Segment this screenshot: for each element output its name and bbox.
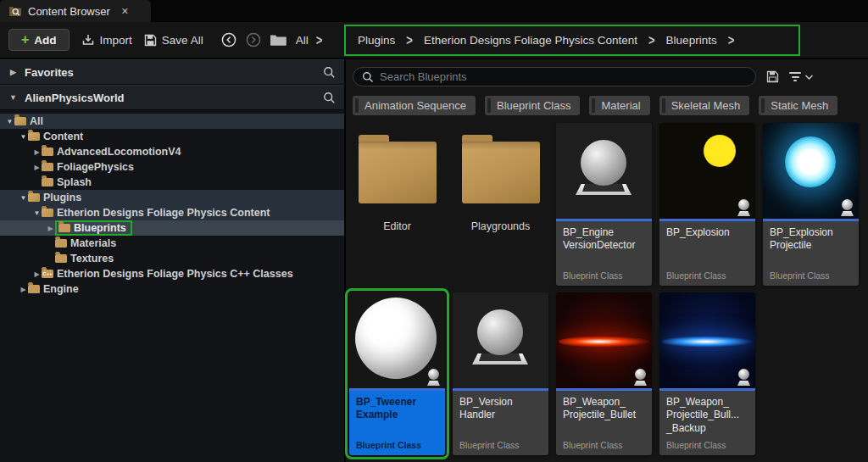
import-button[interactable]: Import [81, 33, 132, 47]
tree-item[interactable]: ▶ C++ Etherion Designs Foliage Physics C… [0, 266, 344, 281]
search-input[interactable] [380, 70, 747, 83]
asset-thumbnail [763, 123, 859, 219]
tree-item[interactable]: ▶ C++ AdvancedLocomotionV4 [0, 144, 344, 159]
tree-item-label: AdvancedLocomotionV4 [57, 146, 181, 158]
tree-item[interactable]: ▶ C++ Engine [0, 281, 344, 297]
asset-tile[interactable]: BP_VersionHandler Blueprint Class [453, 292, 548, 455]
expander-arrow-icon[interactable]: ▼ [5, 118, 14, 125]
folder-tile[interactable]: Editor [349, 123, 445, 286]
save-search-button[interactable] [766, 70, 779, 83]
tree-item[interactable]: ▶ C++ Blueprints [0, 220, 344, 236]
breadcrumb-root[interactable]: All [296, 34, 309, 47]
chevron-right-icon[interactable]: ▶ [8, 68, 18, 76]
red-laser-graphic [559, 336, 648, 348]
asset-name: BP_VersionHandler [459, 396, 542, 422]
folder-icon [462, 142, 540, 203]
back-button[interactable] [220, 31, 237, 48]
forward-button[interactable] [245, 31, 262, 48]
expander-arrow-icon[interactable]: ▶ [46, 225, 55, 232]
chevron-right-icon: > [648, 32, 655, 48]
filter-chip[interactable]: Skeletal Mesh [659, 96, 750, 115]
tree-item[interactable]: C++ Materials [0, 236, 344, 251]
tree-item-label: Plugins [43, 192, 81, 203]
search-icon[interactable] [323, 92, 336, 104]
filter-chip-row: Animation SequenceBlueprint ClassMateria… [346, 86, 868, 115]
filter-chip[interactable]: Blueprint Class [485, 96, 580, 115]
asset-label-box: BP_TweenerExample Blueprint Class [349, 391, 445, 455]
tree-item[interactable]: ▼ C++ Plugins [0, 190, 344, 205]
tree-item[interactable]: ▶ C++ FoliagePhysics [0, 159, 344, 175]
asset-tile[interactable]: BP_ExplosionProjectile Blueprint Class [763, 123, 859, 286]
expander-arrow-icon[interactable]: ▼ [32, 209, 42, 217]
tab-title: Content Browser [28, 5, 110, 18]
asset-label-box: BP_Weapon_Projectile_Bull..._Backup Blue… [659, 391, 755, 455]
main-area: ▶ Favorites ▼ AlienPhysicsWorld ▼ C++ Al… [0, 59, 868, 462]
asset-name: BP_Weapon_Projectile_Bull..._Backup [666, 396, 748, 435]
breadcrumb-item[interactable]: Blueprints [666, 34, 717, 47]
collection-header[interactable]: ▼ AlienPhysicsWorld [0, 85, 344, 110]
filter-chip[interactable]: Static Mesh [759, 96, 837, 115]
filter-chip[interactable]: Animation Sequence [353, 96, 476, 115]
folder-icon: C++ [42, 148, 53, 156]
blueprint-sphere-badge-icon [737, 199, 751, 216]
asset-panel: Animation SequenceBlueprint ClassMateria… [346, 59, 868, 462]
close-icon[interactable]: ✕ [121, 6, 129, 17]
badge-base [841, 211, 854, 216]
expander-arrow-icon[interactable]: ▼ [19, 133, 28, 141]
plus-icon: + [21, 33, 29, 47]
add-button[interactable]: + Add [8, 29, 70, 51]
tree-item-body: C++ Content [28, 131, 83, 142]
breadcrumb-item[interactable]: Etherion Designs Foliage Physics Content [424, 34, 637, 47]
folder-icon: C++ [58, 224, 70, 232]
folder-icon [359, 142, 437, 203]
filter-chip[interactable]: Material [589, 96, 649, 115]
tree-item-label: Etherion Designs Foliage Physics C++ Cla… [57, 268, 293, 280]
tree-item[interactable]: C++ Textures [0, 251, 344, 266]
chevron-down-icon [804, 74, 814, 81]
folder-tile-label: Editor [383, 220, 411, 232]
white-sphere-graphic [355, 298, 437, 379]
search-icon[interactable] [323, 66, 336, 79]
favorites-header[interactable]: ▶ Favorites [0, 59, 344, 85]
folder-icon: C++ [42, 178, 53, 186]
asset-tile[interactable]: BP_EngineVersionDetector Blueprint Class [556, 123, 652, 286]
expander-arrow-icon[interactable]: ▼ [19, 194, 28, 202]
tree-item-body: C++ Plugins [28, 192, 81, 203]
asset-thumbnail [556, 292, 652, 388]
badge-sphere [738, 369, 749, 380]
folder-icon: C++ [42, 163, 53, 171]
folder-icon: C++ [28, 285, 40, 293]
tree-item[interactable]: ▼ C++ Content [0, 129, 344, 144]
asset-tile[interactable]: BP_Weapon_Projectile_Bullet Blueprint Cl… [556, 292, 652, 455]
asset-name: BP_Weapon_Projectile_Bullet [563, 396, 645, 422]
add-button-label: Add [34, 34, 56, 47]
folder-icon: C++ [14, 117, 26, 125]
folder-tile[interactable]: Playgrounds [453, 123, 548, 286]
save-all-button[interactable]: Save All [144, 34, 203, 47]
toolbar: + Add Import Save All All [0, 22, 868, 59]
asset-tile[interactable]: BP_TweenerExample Blueprint Class [349, 292, 445, 455]
expander-arrow-icon[interactable]: ▶ [32, 148, 42, 156]
asset-tile[interactable]: BP_Explosion Blueprint Class [659, 123, 755, 286]
tab-content-browser[interactable]: Content Browser ✕ [0, 0, 151, 22]
save-icon [144, 34, 157, 47]
folder-path-icon [270, 33, 287, 47]
asset-thumbnail [556, 123, 652, 219]
tree-item[interactable]: ▼ C++ All [0, 114, 344, 129]
folder-tile-label: Playgrounds [471, 220, 531, 232]
expander-arrow-icon[interactable]: ▶ [32, 270, 42, 278]
sphere-graphic [581, 140, 626, 186]
tree-item[interactable]: C++ Splash [0, 175, 344, 190]
breadcrumb-item[interactable]: Plugins [358, 34, 395, 47]
asset-tile[interactable]: BP_Weapon_Projectile_Bull..._Backup Blue… [659, 292, 755, 455]
expander-arrow-icon[interactable]: ▶ [19, 286, 28, 293]
tree-item-body: C++ Engine [28, 283, 79, 295]
tree-item-label: Splash [57, 176, 92, 188]
search-box[interactable] [353, 67, 756, 86]
search-icon [362, 71, 374, 83]
tree-item[interactable]: ▼ C++ Etherion Designs Foliage Physics C… [0, 205, 344, 220]
chevron-down-icon[interactable]: ▼ [8, 93, 18, 102]
expander-arrow-icon[interactable]: ▶ [32, 164, 42, 171]
filters-button[interactable] [789, 72, 814, 81]
folder-icon: C++ [55, 239, 67, 248]
